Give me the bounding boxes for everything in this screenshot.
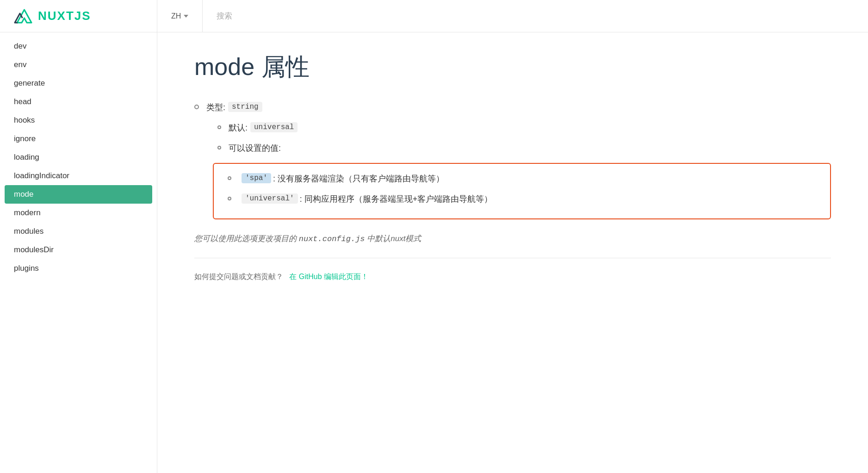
main-content: mode 属性 类型: string 默认: universal 可以设置的值: [157, 32, 868, 473]
universal-code: 'universal' [242, 193, 298, 204]
footer-prefix: 如何提交问题或文档贡献？ [194, 273, 283, 280]
bullet-icon [217, 146, 221, 149]
github-edit-link[interactable]: 在 GitHub 编辑此页面！ [289, 273, 368, 280]
header: NUXTJS ZH 搜索 [0, 0, 868, 32]
search-area[interactable]: 搜索 [203, 11, 868, 21]
description-suffix: 中默认nuxt模式 [365, 234, 422, 243]
sidebar-item-loadingIndicator[interactable]: loadingIndicator [0, 167, 157, 185]
bullet-icon [194, 105, 199, 109]
bullet-icon [228, 197, 231, 200]
chevron-down-icon [184, 15, 188, 18]
default-value: universal [250, 122, 298, 132]
values-box: 'spa' : 没有服务器端渲染（只有客户端路由导航等） 'universal'… [213, 163, 831, 219]
sidebar-item-ignore[interactable]: ignore [0, 130, 157, 148]
spa-code: 'spa' [242, 173, 271, 183]
sidebar-item-env[interactable]: env [0, 56, 157, 74]
sidebar-item-plugins[interactable]: plugins [0, 259, 157, 278]
default-label: 默认: [229, 122, 248, 133]
body-layout: dev env generate head hooks ignore loadi… [0, 32, 868, 473]
sidebar-item-modules[interactable]: modules [0, 222, 157, 241]
search-placeholder[interactable]: 搜索 [217, 11, 232, 21]
default-item: 默认: universal [217, 122, 831, 133]
sidebar-item-generate[interactable]: generate [0, 74, 157, 93]
description-paragraph: 您可以使用此选项更改项目的 nuxt.config.js 中默认nuxt模式 [194, 233, 831, 244]
bullet-icon [217, 125, 221, 129]
lang-selector[interactable]: ZH [171, 12, 188, 20]
description-code: nuxt.config.js [299, 235, 365, 243]
spa-description: : 没有服务器端渲染（只有客户端路由导航等） [273, 173, 444, 184]
property-list: 类型: string 默认: universal 可以设置的值: [194, 102, 831, 154]
divider [194, 258, 831, 258]
logo-area: NUXTJS [0, 0, 157, 32]
bullet-icon [228, 176, 231, 180]
settable-label: 可以设置的值: [229, 143, 281, 154]
sidebar-item-head[interactable]: head [0, 93, 157, 111]
value-universal: 'universal' : 同构应用程序（服务器端呈现+客户端路由导航等） [228, 193, 816, 205]
sidebar-item-dev[interactable]: dev [0, 37, 157, 56]
universal-description: : 同构应用程序（服务器端呈现+客户端路由导航等） [300, 193, 493, 205]
value-spa: 'spa' : 没有服务器端渲染（只有客户端路由导航等） [228, 173, 816, 184]
sidebar-item-modern[interactable]: modern [0, 204, 157, 222]
description-prefix: 您可以使用此选项更改项目的 [194, 234, 299, 243]
lang-nav[interactable]: ZH [157, 0, 203, 32]
sidebar-item-loading[interactable]: loading [0, 148, 157, 167]
footer-text: 如何提交问题或文档贡献？ 在 GitHub 编辑此页面！ [194, 272, 831, 282]
lang-label: ZH [171, 12, 181, 20]
type-item: 类型: string [194, 102, 831, 113]
page-title: mode 属性 [194, 51, 831, 83]
type-value: string [228, 102, 262, 112]
logo-text: NUXTJS [38, 9, 91, 23]
settable-item: 可以设置的值: [217, 143, 831, 154]
nuxtjs-logo-icon [14, 8, 32, 25]
values-list: 'spa' : 没有服务器端渲染（只有客户端路由导航等） 'universal'… [228, 173, 816, 205]
sidebar: dev env generate head hooks ignore loadi… [0, 32, 157, 473]
sidebar-item-mode[interactable]: mode [5, 185, 152, 204]
sidebar-item-hooks[interactable]: hooks [0, 111, 157, 130]
type-label: 类型: [206, 102, 225, 113]
sidebar-item-modulesDir[interactable]: modulesDir [0, 241, 157, 259]
